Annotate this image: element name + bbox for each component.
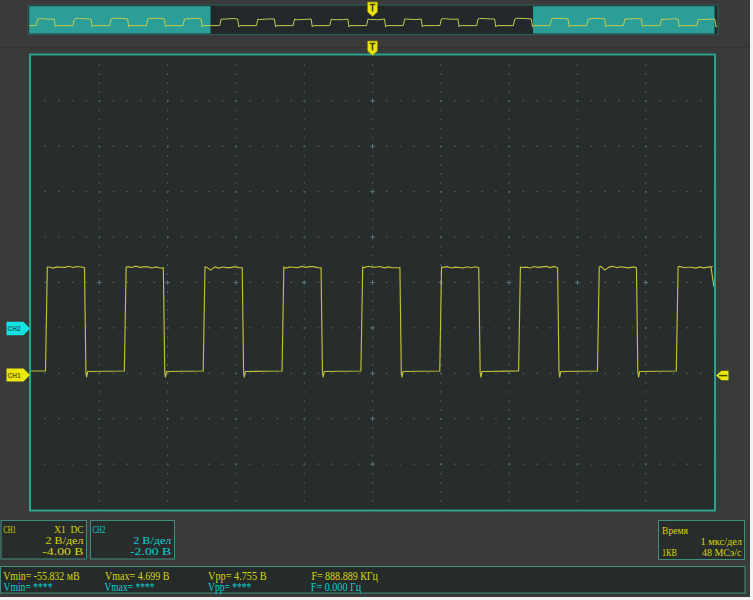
svg-text:2 В/дел: 2 В/дел [46, 536, 84, 546]
svg-text:CH1: CH1 [8, 371, 22, 380]
svg-text:Vmin= ****: Vmin= **** [4, 579, 53, 594]
svg-text:1КВ: 1КВ [662, 548, 677, 558]
svg-text:48 МСэ/с: 48 МСэ/с [702, 548, 741, 558]
svg-text:X1 DC: X1 DC [54, 525, 83, 535]
svg-text:2 В/дел: 2 В/дел [133, 536, 171, 546]
svg-text:-4.00 В: -4.00 В [42, 547, 83, 557]
svg-text:CH1: CH1 [3, 525, 16, 535]
svg-text:F= 0.000 Гц: F= 0.000 Гц [311, 579, 362, 594]
svg-text:-2.00 В: -2.00 В [130, 547, 171, 557]
svg-text:CH2: CH2 [8, 324, 21, 333]
svg-text:CH2: CH2 [93, 525, 106, 535]
svg-text:Vmax= ****: Vmax= **** [105, 579, 155, 594]
svg-text:1 мкс/дел: 1 мкс/дел [701, 537, 743, 547]
svg-text:Vpp= ****: Vpp= **** [208, 579, 251, 594]
svg-text:Время: Время [662, 526, 689, 536]
